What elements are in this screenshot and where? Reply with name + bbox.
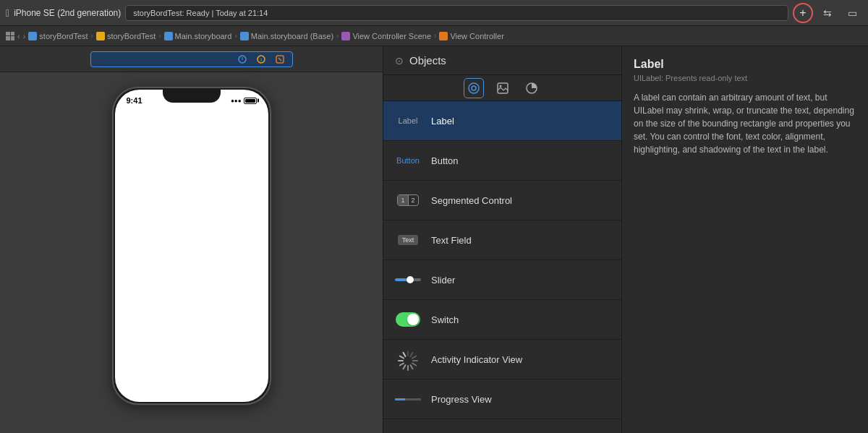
progress-visual	[395, 398, 421, 400]
grid-icon	[6, 32, 14, 40]
objects-tab-bar	[383, 75, 621, 101]
canvas-toolbar: i	[0, 46, 383, 72]
slider-item-name: Slider	[431, 275, 455, 286]
svg-point-7	[472, 86, 476, 90]
activity-item-name: Activity Indicator View	[431, 354, 522, 365]
breadcrumb-storyBordTest-folder[interactable]: storyBordTest	[96, 32, 156, 40]
list-item-textfield[interactable]: Text Text Field	[383, 220, 621, 260]
progress-item-name: Progress View	[431, 394, 492, 405]
nav-forward[interactable]: ›	[23, 32, 26, 40]
breadcrumb-vc-scene[interactable]: View Controller Scene	[341, 32, 431, 40]
svg-line-5	[278, 58, 281, 61]
list-item-slider[interactable]: Slider	[383, 260, 621, 300]
nav-back[interactable]: ‹	[17, 32, 20, 40]
vc-icon	[439, 32, 448, 40]
detail-title: Label	[634, 58, 856, 71]
objects-list: Label Label Button Button 1	[383, 101, 621, 433]
add-button[interactable]: +	[793, 3, 813, 23]
label-item-name: Label	[431, 116, 454, 127]
tab-colors[interactable]	[522, 78, 542, 98]
breadcrumb-main-storyboard-base[interactable]: Main.storyboard (Base)	[240, 32, 333, 40]
layout-toggle-button[interactable]: ⇆	[817, 3, 838, 23]
svg-point-6	[469, 83, 479, 93]
list-item-progress[interactable]: Progress View	[383, 380, 621, 419]
storyboard-base-icon	[240, 32, 249, 40]
storyboard-icon	[164, 32, 173, 40]
phone-status-icons: ●●●	[231, 98, 257, 104]
more-button[interactable]: ▭	[842, 3, 862, 23]
status-text: storyBordTest: Ready | Today at 21:14	[133, 9, 268, 17]
objects-header: ⊙ Objects	[383, 46, 621, 75]
slider-item-icon	[393, 270, 422, 290]
segmented-item-name: Segmented Control	[431, 195, 512, 206]
list-item-button[interactable]: Button Button	[383, 141, 621, 181]
phone-mockup: 9:41 ●●●	[112, 87, 271, 405]
label-visual: Label	[399, 116, 418, 125]
battery-icon	[244, 98, 257, 104]
device-label: iPhone SE (2nd generation)	[14, 8, 121, 18]
segmented-visual: 1 2	[397, 194, 418, 206]
button-item-name: Button	[431, 155, 459, 166]
breadcrumb-label-5: View Controller Scene	[352, 32, 431, 40]
segmented-item-icon: 1 2	[393, 190, 422, 210]
canvas-icon-1[interactable]	[234, 51, 250, 67]
list-item-activity[interactable]: Activity Indicator View	[383, 340, 621, 380]
phone-time: 9:41	[127, 96, 142, 105]
apple-icon: 	[6, 7, 9, 19]
file-icon-blue	[28, 32, 37, 40]
top-bar-left:  iPhone SE (2nd generation)	[6, 7, 121, 19]
canvas-search-input[interactable]	[95, 55, 231, 64]
signal-icon: ●●●	[231, 98, 242, 104]
switch-visual	[396, 312, 420, 327]
textfield-visual: Text	[398, 235, 419, 245]
sep5: ›	[434, 32, 436, 40]
sep1: ›	[91, 32, 93, 40]
breadcrumb-bar: ‹ › storyBordTest › storyBordTest › Main…	[0, 26, 868, 46]
breadcrumb-storyBordTest-src[interactable]: storyBordTest	[28, 32, 88, 40]
sep2: ›	[158, 32, 161, 40]
button-item-icon: Button	[393, 150, 422, 171]
label-item-icon: Label	[393, 111, 422, 131]
breadcrumb-label-2: storyBordTest	[107, 32, 156, 40]
slider-visual	[395, 278, 421, 281]
detail-panel: Label UILabel: Presents read-only text A…	[622, 46, 868, 433]
right-panel: ⊙ Objects	[383, 46, 868, 433]
objects-panel: ⊙ Objects	[383, 46, 622, 433]
breadcrumb-label-4: Main.storyboard (Base)	[251, 32, 333, 40]
svg-rect-8	[498, 83, 508, 93]
breadcrumb-vc[interactable]: View Controller	[439, 32, 503, 40]
breadcrumb-label-1: storyBordTest	[39, 32, 88, 40]
canvas-search-box[interactable]: i	[90, 51, 293, 67]
textfield-item-icon: Text	[393, 230, 422, 250]
phone-screen: 9:41 ●●●	[115, 90, 268, 402]
list-item-segmented[interactable]: 1 2 Segmented Control	[383, 181, 621, 220]
phone-status-bar: 9:41 ●●●	[127, 94, 257, 107]
breadcrumb-label-6: View Controller	[450, 32, 503, 40]
breadcrumb-main-storyboard[interactable]: Main.storyboard	[164, 32, 232, 40]
canvas-icon-2[interactable]: i	[253, 51, 269, 67]
textfield-item-name: Text Field	[431, 235, 472, 246]
objects-title: Objects	[409, 54, 446, 67]
tab-objects[interactable]	[464, 78, 484, 98]
progress-item-icon	[393, 389, 422, 409]
scene-icon	[341, 32, 350, 40]
svg-rect-1	[242, 57, 242, 60]
phone-area: → 9:41 ●●●	[112, 72, 271, 433]
top-bar-right: + ⇆ ▭	[793, 3, 862, 23]
activity-item-icon	[393, 349, 422, 369]
canvas-icon-3[interactable]	[272, 51, 288, 67]
tab-images[interactable]	[493, 78, 513, 98]
sep3: ›	[234, 32, 237, 40]
top-bar:  iPhone SE (2nd generation) storyBordTe…	[0, 0, 868, 26]
breadcrumb-label-3: Main.storyboard	[175, 32, 232, 40]
objects-header-icon: ⊙	[395, 55, 404, 67]
activity-visual	[398, 349, 418, 369]
switch-item-name: Switch	[431, 314, 459, 325]
switch-item-icon	[393, 309, 422, 330]
detail-description: A label can contain an arbitrary amount …	[634, 91, 856, 156]
list-item-switch[interactable]: Switch	[383, 300, 621, 340]
detail-subtitle: UILabel: Presents read-only text	[634, 74, 856, 82]
svg-point-9	[499, 85, 501, 87]
main-content: i → 9:41	[0, 46, 868, 433]
list-item-label[interactable]: Label Label	[383, 101, 621, 141]
